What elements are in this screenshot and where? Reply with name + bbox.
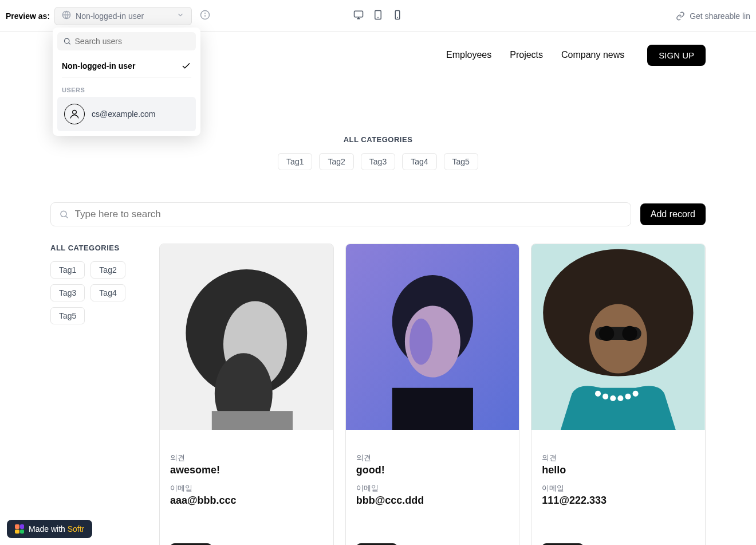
card-body: 의견 hello 이메일 111@222.333 Open — [531, 432, 705, 545]
preview-user-dropdown: Non-logged-in user USERS cs@example.com — [53, 28, 200, 136]
made-with-text: Made with Softr — [29, 524, 84, 534]
share-link[interactable]: Get shareable lin — [676, 11, 750, 21]
desktop-icon[interactable] — [353, 10, 364, 22]
opinion-value: good! — [356, 464, 509, 476]
softr-logo-icon — [15, 524, 24, 534]
preview-controls: Preview as: Non-logged-in user — [6, 7, 210, 25]
svg-rect-4 — [355, 11, 363, 17]
nav-link-company-news[interactable]: Company news — [561, 50, 624, 60]
svg-line-12 — [69, 43, 70, 45]
nav-link-employees[interactable]: Employees — [446, 50, 491, 60]
preview-as-label: Preview as: — [6, 11, 50, 21]
search-row: Add record — [0, 202, 756, 226]
email-value: bbb@ccc.ddd — [356, 495, 509, 507]
svg-point-32 — [595, 391, 601, 397]
sidebar-tag-tag4[interactable]: Tag4 — [90, 284, 125, 301]
record-card: 의견 awesome! 이메일 aaa@bbb.ccc Open — [159, 244, 334, 545]
tag-tag2[interactable]: Tag2 — [319, 153, 353, 170]
add-record-button[interactable]: Add record — [640, 203, 706, 225]
sidebar-tag-tag1[interactable]: Tag1 — [50, 261, 85, 279]
dropdown-option-label: Non-logged-in user — [62, 61, 135, 70]
info-icon[interactable] — [196, 10, 210, 22]
tablet-icon[interactable] — [373, 10, 383, 22]
email-value: aaa@bbb.ccc — [170, 495, 323, 507]
nav-link-projects[interactable]: Projects — [510, 50, 543, 60]
mobile-icon[interactable] — [392, 10, 403, 22]
preview-user-select[interactable]: Non-logged-in user — [54, 7, 192, 25]
preview-value: Non-logged-in user — [76, 11, 172, 21]
svg-rect-20 — [212, 411, 293, 430]
email-value: 111@222.333 — [542, 495, 695, 507]
svg-point-24 — [410, 319, 432, 365]
opinion-value: awesome! — [170, 464, 323, 476]
email-label: 이메일 — [170, 483, 323, 493]
dropdown-search[interactable] — [57, 32, 196, 50]
email-label: 이메일 — [542, 483, 695, 493]
search-icon — [59, 209, 69, 219]
opinion-value: hello — [542, 464, 695, 476]
card-image — [346, 244, 519, 430]
opinion-label: 의견 — [170, 453, 323, 463]
made-with-softr-badge[interactable]: Made with Softr — [7, 520, 92, 538]
record-card: 의견 good! 이메일 bbb@ccc.ddd Open — [345, 244, 520, 545]
sidebar-categories: ALL CATEGORIES Tag1 Tag2 Tag3 Tag4 Tag5 — [50, 244, 149, 545]
tag-tag1[interactable]: Tag1 — [278, 153, 312, 170]
sidebar-tag-tag2[interactable]: Tag2 — [90, 261, 125, 279]
nav-links: Employees Projects Company news — [446, 50, 624, 60]
svg-point-33 — [603, 394, 608, 399]
main-search[interactable] — [50, 202, 631, 226]
all-categories-title: ALL CATEGORIES — [0, 135, 756, 144]
sidebar-categories-title: ALL CATEGORIES — [50, 244, 149, 252]
opinion-label: 의견 — [356, 453, 509, 463]
dropdown-divider — [62, 77, 191, 77]
svg-point-34 — [611, 395, 616, 401]
tag-tag4[interactable]: Tag4 — [402, 153, 436, 170]
card-body: 의견 good! 이메일 bbb@ccc.ddd Open — [346, 432, 519, 545]
dropdown-search-input[interactable] — [75, 37, 190, 46]
top-tag-row: Tag1 Tag2 Tag3 Tag4 Tag5 — [0, 153, 756, 170]
tag-tag3[interactable]: Tag3 — [361, 153, 395, 170]
svg-point-13 — [73, 110, 77, 114]
check-icon — [181, 61, 191, 71]
svg-line-15 — [66, 216, 68, 218]
search-icon — [63, 37, 72, 46]
email-label: 이메일 — [356, 483, 509, 493]
users-heading: USERS — [57, 82, 196, 97]
share-link-text: Get shareable lin — [690, 11, 750, 21]
card-list: 의견 awesome! 이메일 aaa@bbb.ccc Open 의견 good… — [159, 244, 706, 545]
svg-point-30 — [599, 326, 614, 341]
svg-point-31 — [623, 326, 637, 341]
chevron-down-icon — [176, 11, 184, 21]
dropdown-user-option[interactable]: cs@example.com — [57, 97, 196, 131]
svg-point-3 — [205, 13, 206, 13]
top-categories: ALL CATEGORIES Tag1 Tag2 Tag3 Tag4 Tag5 — [0, 135, 756, 170]
dropdown-non-logged-option[interactable]: Non-logged-in user — [57, 55, 196, 77]
sidebar-tag-row: Tag1 Tag2 Tag3 Tag4 Tag5 — [50, 261, 149, 324]
svg-point-11 — [64, 38, 69, 43]
user-email: cs@example.com — [92, 109, 155, 119]
record-card: 의견 hello 이메일 111@222.333 Open — [531, 244, 706, 545]
sidebar-tag-tag5[interactable]: Tag5 — [50, 307, 85, 324]
sidebar-tag-tag3[interactable]: Tag3 — [50, 284, 85, 301]
signup-button[interactable]: SIGN UP — [647, 45, 706, 66]
card-image — [160, 244, 333, 430]
content-row: ALL CATEGORIES Tag1 Tag2 Tag3 Tag4 Tag5 … — [0, 244, 756, 545]
svg-point-14 — [61, 211, 66, 217]
main-search-input[interactable] — [75, 209, 623, 220]
svg-rect-25 — [392, 388, 472, 430]
svg-point-37 — [633, 391, 639, 397]
tag-tag5[interactable]: Tag5 — [444, 153, 478, 170]
card-body: 의견 awesome! 이메일 aaa@bbb.ccc Open — [160, 432, 333, 545]
svg-point-35 — [618, 395, 624, 401]
user-avatar-icon — [64, 104, 85, 124]
globe-icon — [62, 10, 71, 22]
opinion-label: 의견 — [542, 453, 695, 463]
card-image — [531, 244, 705, 430]
svg-point-36 — [625, 394, 631, 399]
device-preview-icons — [353, 10, 403, 22]
